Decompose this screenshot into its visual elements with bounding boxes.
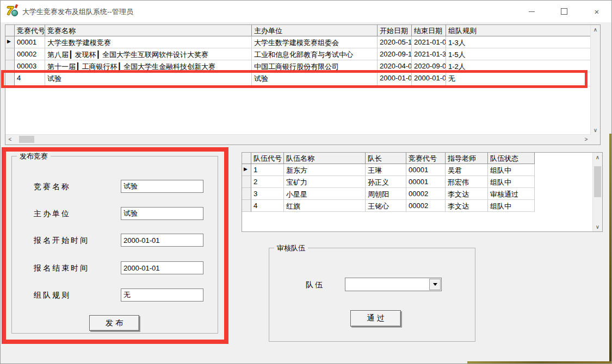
row-indicator [242, 188, 251, 200]
grid-cell[interactable]: 00002 [406, 188, 446, 200]
row-indicator [5, 48, 15, 60]
registration-end-field[interactable] [121, 261, 203, 274]
grid-cell[interactable]: 00002 [15, 48, 45, 60]
minimize-button[interactable] [519, 1, 544, 22]
grid-cell[interactable]: 组队中 [488, 176, 535, 188]
column-header[interactable]: 队伍名称 [284, 153, 366, 164]
scroll-up-icon[interactable] [593, 153, 602, 162]
scroll-down-icon[interactable] [593, 222, 602, 231]
grid-cell[interactable]: 新东方 [284, 164, 366, 176]
dropdown-arrow-icon[interactable] [429, 279, 441, 290]
grid-cell[interactable]: 2020-09-10 [378, 48, 412, 60]
approve-button[interactable]: 通过 [350, 310, 401, 327]
column-header[interactable]: 结束日期 [412, 25, 446, 36]
grid-cell[interactable]: 宝矿力 [284, 176, 366, 188]
grid-cell[interactable]: 2020-05-14 [378, 36, 412, 48]
team-rule-field[interactable] [121, 288, 203, 302]
column-header[interactable]: 组队规则 [446, 25, 591, 36]
grid-cell[interactable]: 2000-01-01 [378, 72, 412, 86]
indicator-header-cell [5, 25, 15, 36]
grid-cell[interactable]: 3 [251, 188, 284, 200]
grid-cell[interactable]: 00003 [15, 60, 45, 72]
registration-start-field[interactable] [121, 234, 203, 247]
table-header-row: 队伍代号 队伍名称 队长 竞赛代号 指导老师 队伍状态 [242, 153, 593, 164]
table-row[interactable]: 00003 第十一届┃ 工商银行杯┃ 全国大学生金融科技创新大赛 中国工商银行股… [5, 60, 591, 72]
grid-cell[interactable]: 试验 [252, 72, 378, 86]
grid-cell[interactable]: 2021-01-31 [412, 48, 446, 60]
grid-cell[interactable]: 孙正义 [366, 176, 406, 188]
grid-cell[interactable]: 2020-04-01 [378, 60, 412, 72]
grid-cell[interactable]: 王琳 [366, 164, 406, 176]
grid-cell[interactable]: 吴君 [446, 164, 488, 176]
scroll-down-icon[interactable] [591, 125, 600, 135]
grid-cell[interactable]: 2021-01-01 [412, 36, 446, 48]
grid-cell[interactable]: 00001 [406, 164, 446, 176]
grid-cell[interactable]: 4 [251, 200, 284, 212]
grid-cell[interactable]: 大学生数学建模竞赛组委会 [252, 36, 378, 48]
title-bar[interactable]: 7 大学生竞赛发布及组队系统--管理员 × [1, 1, 611, 22]
scroll-right-icon[interactable] [582, 135, 591, 144]
horizontal-scrollbar[interactable] [5, 134, 591, 145]
table-row[interactable]: 1 新东方 王琳 00001 吴君 组队中 [242, 164, 593, 176]
grid-cell[interactable]: 李文达 [446, 188, 488, 200]
column-header[interactable]: 开始日期 [378, 25, 412, 36]
grid-cell[interactable]: 2020-09-01 [412, 60, 446, 72]
table-row[interactable]: 2 宝矿力 孙正义 00001 邢宏伟 组队中 [242, 176, 593, 188]
vertical-scrollbar[interactable] [592, 153, 602, 231]
competition-name-field[interactable] [121, 180, 203, 193]
grid-cell[interactable]: 审核通过 [488, 188, 535, 200]
table-row[interactable]: 3 小星星 周朝阳 00002 李文达 审核通过 [242, 188, 593, 200]
column-header[interactable]: 竞赛名称 [45, 25, 252, 36]
grid-cell[interactable]: 红旗 [284, 200, 366, 212]
grid-cell[interactable]: 00001 [406, 176, 446, 188]
grid-cell[interactable]: 周朝阳 [366, 188, 406, 200]
grid-cell[interactable]: 00001 [15, 36, 45, 48]
table-row[interactable]: 4 红旗 王铭心 00002 李文达 组队中 [242, 200, 593, 212]
team-combobox[interactable] [345, 278, 442, 291]
column-header[interactable]: 竞赛代号 [15, 25, 45, 36]
publish-panel: 发布竞赛 竞赛名称 主办单位 报名开始时间 报名结束时间 组队规则 发布 [11, 156, 218, 334]
grid-cell[interactable]: 第十一届┃ 工商银行杯┃ 全国大学生金融科技创新大赛 [45, 60, 252, 72]
grid-cell[interactable]: 中国工商银行股份有限公司 [252, 60, 378, 72]
grid-cell[interactable]: 2000-01-01 [412, 72, 446, 86]
maximize-button[interactable] [552, 1, 577, 22]
table-row[interactable]: 00001 大学生数学建模竞赛 大学生数学建模竞赛组委会 2020-05-14 … [5, 36, 591, 48]
grid-cell[interactable]: 无 [446, 72, 591, 86]
grid-cell[interactable]: 4 [15, 72, 45, 86]
grid-cell[interactable]: 第八届┃ 发现杯┃ 全国大学生互联网软件设计大奖赛 [45, 48, 252, 60]
grid-cell[interactable]: 组队中 [488, 200, 535, 212]
grid-cell[interactable]: 组队中 [488, 164, 535, 176]
grid-cell[interactable]: 1 [251, 164, 284, 176]
column-header[interactable]: 队伍状态 [488, 153, 535, 164]
grid-cell[interactable]: 大学生数学建模竞赛 [45, 36, 252, 48]
grid-cell[interactable]: 1-3人 [446, 36, 591, 48]
column-header[interactable]: 队伍代号 [251, 153, 284, 164]
scrollbar-thumb[interactable] [594, 166, 601, 197]
organizer-field[interactable] [121, 207, 203, 220]
vertical-scrollbar[interactable] [590, 25, 600, 135]
column-header[interactable]: 竞赛代号 [406, 153, 446, 164]
grid-cell[interactable]: 1-5人 [446, 48, 591, 60]
scrollbar-thumb[interactable] [19, 136, 34, 143]
row-indicator [242, 176, 251, 188]
grid-cell[interactable]: 00002 [406, 200, 446, 212]
column-header[interactable]: 队长 [366, 153, 406, 164]
grid-cell[interactable]: 小星星 [284, 188, 366, 200]
competition-grid: 竞赛代号 竞赛名称 主办单位 开始日期 结束日期 组队规则 00001 大学生数… [5, 24, 601, 145]
column-header[interactable]: 指导老师 [446, 153, 488, 164]
close-button[interactable]: × [583, 1, 610, 22]
team-combobox-input[interactable] [346, 279, 432, 290]
grid-cell[interactable]: 李文达 [446, 200, 488, 212]
grid-cell[interactable]: 邢宏伟 [446, 176, 488, 188]
grid-cell[interactable]: 王铭心 [366, 200, 406, 212]
scroll-up-icon[interactable] [591, 25, 600, 34]
grid-cell[interactable]: 工业和信息化部教育与考试中心 [252, 48, 378, 60]
table-row[interactable]: 00002 第八届┃ 发现杯┃ 全国大学生互联网软件设计大奖赛 工业和信息化部教… [5, 48, 591, 60]
grid-cell[interactable]: 试验 [45, 72, 252, 86]
grid-cell[interactable]: 1-2人 [446, 60, 591, 72]
column-header[interactable]: 主办单位 [252, 25, 378, 36]
grid-cell[interactable]: 2 [251, 176, 284, 188]
table-row-annotated[interactable]: 4 试验 试验 2000-01-01 2000-01-01 无 [5, 72, 591, 86]
scroll-left-icon[interactable] [5, 135, 15, 144]
publish-button[interactable]: 发布 [89, 315, 139, 331]
